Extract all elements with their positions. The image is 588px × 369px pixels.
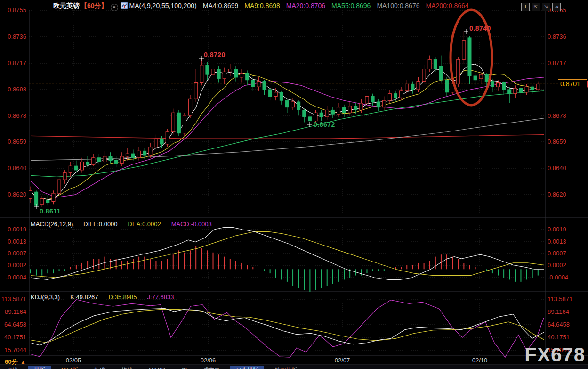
ma-value-label: MA9:0.8698: [244, 2, 280, 9]
ma-value-label: MA200:0.8664: [426, 2, 468, 9]
bottom-tab[interactable]: 周: [176, 366, 193, 369]
ma-lines-layer: [31, 64, 544, 200]
bottom-tab-strip: K线横版MT4版标准均线MACD周成交量日夜横版简明横版: [0, 365, 588, 369]
macd-value-label: DIFF:0.0000: [83, 221, 117, 228]
indicator-menu-circle-icon[interactable]: ≡: [111, 4, 118, 11]
period-label[interactable]: 【60分】: [81, 2, 108, 9]
pan-crosshair-icon[interactable]: ✛: [521, 3, 530, 11]
kdj-value-label: J:77.6833: [147, 294, 174, 301]
annotation-layer: [34, 10, 492, 209]
trading-app: { "header": { "symbol": "欧元英镑", "period"…: [0, 0, 588, 369]
symbol-title: 欧元英镑: [53, 2, 80, 9]
kdj-value-label: K:49.8267: [70, 294, 98, 301]
candles-layer: [29, 31, 540, 207]
axis-shift-icon[interactable]: ⇥: [552, 3, 561, 11]
ma-value-label: MA55:0.8696: [331, 2, 371, 9]
chart-header: 欧元英镑【60分】≡MA(4,9,20,55,100,200)MA4:0.869…: [53, 2, 469, 11]
macd-value-label: DEA:0.0002: [128, 221, 161, 228]
axis-zoom-left-icon[interactable]: ⇱: [532, 3, 540, 11]
macd-value-label: MACD:-0.0003: [171, 221, 212, 228]
bottom-tab[interactable]: K线: [3, 366, 24, 369]
kdj-title: KDJ(9,3,3): [31, 294, 60, 301]
grid-layer: [0, 10, 588, 365]
fx678-watermark: FX678: [524, 344, 585, 366]
bottom-period-label[interactable]: 60分: [5, 358, 17, 365]
candlestick-mini-icon[interactable]: [121, 2, 128, 9]
bottom-tab[interactable]: 标准: [89, 366, 111, 369]
bottom-tab[interactable]: 成交量: [197, 366, 226, 369]
bottom-tab[interactable]: 均线: [116, 366, 138, 369]
period-up-arrow-icon[interactable]: ▲: [20, 359, 25, 365]
ma-value-label: MA4:0.8699: [203, 2, 239, 9]
bottom-tab[interactable]: MACD: [143, 366, 171, 369]
price-chart-canvas[interactable]: [0, 0, 588, 369]
ma-value-label: MA100:0.8676: [377, 2, 419, 9]
macd-title: MACD(26,12,9): [31, 221, 73, 228]
ma-settings-label: MA(4,9,20,55,100,200): [129, 2, 197, 9]
bottom-tab[interactable]: 简明横版: [269, 366, 303, 369]
bottom-tab[interactable]: 日夜横版: [230, 366, 264, 369]
ma-value-label: MA20:0.8706: [286, 2, 325, 9]
kdj-header: KDJ(9,3,3)K:49.8267D:35.8985J:77.6833: [31, 294, 185, 301]
current-price-tag: 0.8701: [558, 79, 587, 89]
bottom-tab[interactable]: MT4版: [56, 366, 84, 369]
macd-header: MACD(26,12,9)DIFF:0.0000DEA:0.0002MACD:-…: [31, 221, 223, 228]
ma-values: MA4:0.8699MA9:0.8698MA20:0.8706MA55:0.86…: [197, 2, 469, 9]
axis-zoom-right-icon[interactable]: ⇲: [542, 3, 550, 11]
current-price-value: 0.8701: [560, 80, 580, 88]
header-toolbar: ✛⇱⇲⇥: [519, 2, 561, 11]
macd-layer: [31, 228, 544, 292]
bottom-tab[interactable]: 横版: [28, 366, 51, 369]
kdj-layer: [31, 300, 544, 357]
kdj-value-label: D:35.8985: [108, 294, 137, 301]
